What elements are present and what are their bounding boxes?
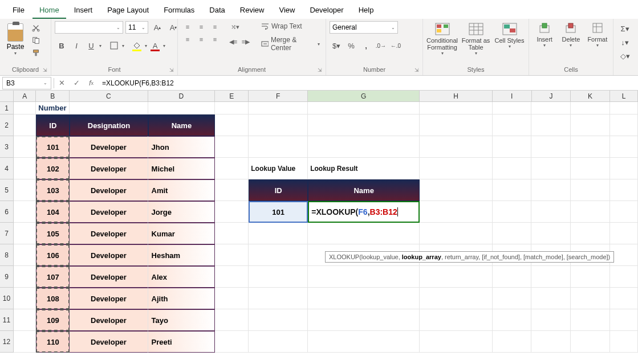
cell[interactable] — [14, 223, 36, 244]
cell[interactable] — [215, 201, 249, 223]
insert-function-button[interactable]: fx — [84, 79, 99, 87]
menu-page-layout[interactable]: Page Layout — [100, 2, 156, 19]
cell[interactable]: Amit — [148, 179, 216, 201]
cell[interactable] — [308, 136, 420, 158]
cell[interactable] — [420, 331, 492, 353]
cell[interactable] — [571, 179, 610, 201]
cell[interactable]: Jhon — [148, 136, 216, 158]
cell[interactable] — [610, 114, 638, 136]
orientation-button[interactable]: ⤭▾ — [227, 21, 243, 32]
font-color-button[interactable]: A — [148, 39, 162, 52]
cell[interactable] — [215, 309, 249, 331]
cell[interactable] — [493, 136, 532, 158]
cell[interactable]: Developer — [70, 136, 148, 158]
menu-review[interactable]: Review — [233, 2, 271, 19]
cell[interactable]: Alex — [148, 266, 216, 288]
cell[interactable] — [215, 136, 249, 158]
cell[interactable] — [14, 136, 36, 158]
launcher-icon[interactable]: ⇲ — [169, 67, 174, 73]
col-header-E[interactable]: E — [215, 91, 249, 101]
cell[interactable]: Developer — [70, 201, 148, 223]
cell[interactable] — [493, 179, 532, 201]
cell[interactable] — [531, 114, 571, 136]
cell[interactable] — [571, 102, 610, 114]
cell[interactable] — [14, 114, 36, 136]
cell[interactable]: Name — [308, 179, 420, 201]
cell[interactable] — [308, 309, 420, 331]
percent-button[interactable]: % — [344, 39, 358, 52]
row-header-5[interactable]: 5 — [0, 179, 14, 201]
row-header-10[interactable]: 10 — [0, 288, 14, 309]
cell[interactable] — [215, 244, 249, 266]
cell[interactable]: Hesham — [148, 244, 216, 266]
borders-button[interactable] — [107, 39, 121, 52]
cell[interactable] — [420, 102, 492, 114]
cell[interactable] — [493, 102, 532, 114]
cell[interactable]: Mobile Number List — [36, 102, 70, 114]
enter-formula-button[interactable]: ✓ — [69, 79, 84, 87]
delete-button[interactable]: Delete▾ — [559, 21, 583, 48]
cell[interactable]: 107 — [36, 266, 70, 288]
cell[interactable] — [610, 288, 638, 309]
col-header-H[interactable]: H — [420, 91, 493, 101]
cell[interactable] — [610, 309, 638, 331]
number-format-select[interactable]: General⌄ — [330, 21, 398, 34]
cell[interactable] — [531, 309, 571, 331]
align-center-button[interactable]: ≡ — [195, 34, 208, 45]
currency-button[interactable]: $▾ — [330, 39, 343, 52]
increase-indent-button[interactable]: ≡▶ — [239, 36, 252, 47]
cell[interactable] — [610, 136, 638, 158]
cell[interactable] — [249, 136, 308, 158]
fill-color-button[interactable] — [130, 39, 144, 52]
cell[interactable]: Kumar — [148, 223, 216, 244]
align-top-button[interactable]: ≡ — [181, 21, 194, 32]
name-box[interactable]: B3⌄ — [2, 77, 51, 89]
cell[interactable]: 104 — [36, 201, 70, 223]
cell[interactable] — [420, 158, 492, 179]
row-header-6[interactable]: 6 — [0, 201, 14, 223]
cell[interactable] — [610, 179, 638, 201]
cell[interactable]: Tayo — [148, 309, 216, 331]
menu-data[interactable]: Data — [202, 2, 231, 19]
format-painter-button[interactable] — [30, 47, 42, 59]
cell[interactable] — [610, 331, 638, 353]
cell[interactable] — [420, 179, 492, 201]
cell[interactable]: Preeti — [148, 331, 216, 353]
wrap-text-button[interactable]: Wrap Text — [259, 21, 322, 31]
conditional-formatting-button[interactable]: Conditional Formatting▾ — [426, 21, 458, 56]
cell[interactable] — [571, 201, 610, 223]
cell[interactable]: Designation — [70, 114, 148, 136]
cell[interactable] — [249, 288, 308, 309]
cell[interactable] — [493, 201, 532, 223]
row-header-2[interactable]: 2 — [0, 114, 14, 136]
cell[interactable] — [308, 114, 420, 136]
cut-button[interactable] — [30, 22, 42, 34]
copy-button[interactable] — [30, 35, 42, 46]
cell[interactable] — [493, 114, 532, 136]
col-header-C[interactable]: C — [70, 91, 148, 101]
cell[interactable] — [531, 288, 571, 309]
cell[interactable] — [215, 331, 249, 353]
cell[interactable] — [14, 179, 36, 201]
cell[interactable]: Developer — [70, 266, 148, 288]
row-header-4[interactable]: 4 — [0, 158, 14, 179]
cell[interactable] — [571, 223, 610, 244]
cell[interactable] — [571, 331, 610, 353]
cell[interactable] — [215, 266, 249, 288]
cell[interactable] — [420, 114, 492, 136]
format-button[interactable]: Format▾ — [586, 21, 609, 48]
cell[interactable] — [571, 136, 610, 158]
cell[interactable] — [249, 102, 308, 114]
cell[interactable]: Name — [148, 114, 216, 136]
launcher-icon[interactable]: ⇲ — [43, 67, 47, 73]
cell[interactable]: Developer — [70, 331, 148, 353]
menu-formulas[interactable]: Formulas — [157, 2, 201, 19]
bold-button[interactable]: B — [55, 39, 68, 52]
cell[interactable]: Jorge — [148, 201, 216, 223]
cell[interactable]: Developer — [70, 244, 148, 266]
align-middle-button[interactable]: ≡ — [195, 21, 208, 32]
cell[interactable] — [308, 102, 420, 114]
col-header-G[interactable]: G — [308, 91, 420, 101]
cell[interactable] — [14, 309, 36, 331]
cell[interactable]: 101 — [36, 136, 70, 158]
